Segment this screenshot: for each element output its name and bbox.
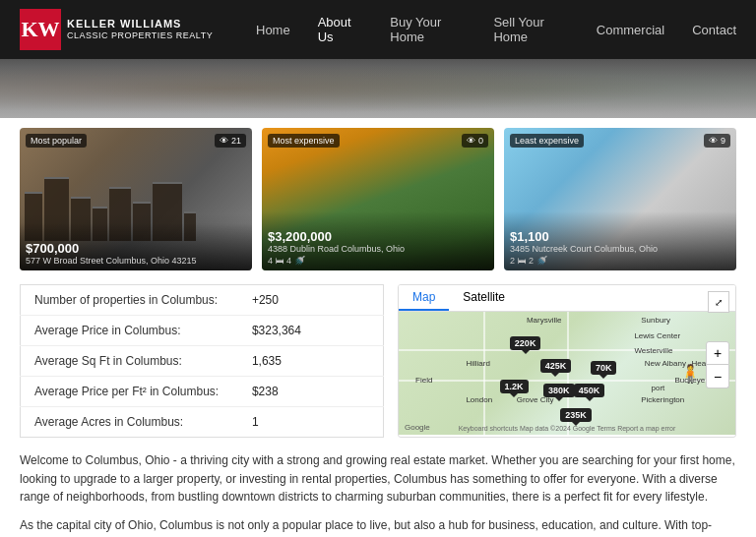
- map-city-label: Marysville: [527, 316, 562, 325]
- nav-home[interactable]: Home: [256, 23, 290, 37]
- stat-value: $323,364: [238, 316, 384, 346]
- property-address-3: 3485 Nutcreek Court Columbus, Ohio: [510, 244, 730, 254]
- stat-row: Number of properties in Columbus:+250: [21, 285, 384, 316]
- property-price-1: $700,000: [26, 241, 246, 256]
- property-badge-1: Most popular: [26, 134, 87, 148]
- main-nav: Home About Us Buy Your Home Sell Your Ho…: [256, 15, 736, 44]
- property-price-2: $3,200,000: [268, 229, 488, 244]
- hero-strip: [0, 59, 756, 118]
- map-marker[interactable]: 235K: [560, 408, 592, 422]
- kw-logo: KW KELLER WILLIAMS CLASSIC PROPERTIES RE…: [20, 9, 213, 50]
- eye-icon-3: 👁: [709, 136, 718, 146]
- map-city-label: Lewis Center: [634, 331, 680, 340]
- map-credits: Keyboard shortcuts Map data ©2024 Google…: [459, 425, 676, 432]
- map-city-label: Westerville: [634, 346, 672, 355]
- property-count-1: 👁 21: [215, 134, 246, 148]
- map-city-label: Field: [415, 376, 432, 385]
- property-badge-3: Least expensive: [510, 134, 584, 148]
- property-badge-2: Most expensive: [268, 134, 340, 148]
- map-city-label: Sunbury: [641, 316, 670, 325]
- property-address-2: 4388 Dublin Road Columbus, Ohio: [268, 244, 488, 254]
- eye-icon: 👁: [220, 136, 228, 146]
- property-address-1: 577 W Broad Street Columbus, Ohio 43215: [26, 256, 246, 266]
- stat-value: 1,635: [238, 346, 384, 377]
- property-count-2: 👁 0: [462, 134, 488, 148]
- map-marker[interactable]: 220K: [510, 336, 541, 350]
- map-marker[interactable]: 425K: [540, 359, 572, 373]
- map-marker[interactable]: 450K: [574, 384, 605, 397]
- stat-value: +250: [238, 285, 384, 316]
- property-meta-2: 4 🛏 4 🚿: [268, 256, 488, 266]
- property-cards: Most popular 👁 21 $700,000 577 W Broad S…: [20, 128, 736, 270]
- property-price-3: $1,100: [510, 229, 730, 244]
- description-para-1: Welcome to Columbus, Ohio - a thriving c…: [20, 451, 736, 507]
- map-city-label: port: [652, 384, 665, 392]
- nav-about[interactable]: About Us: [318, 15, 363, 44]
- property-count-3: 👁 9: [704, 134, 730, 148]
- stat-row: Average Sq Ft in Columbus:1,635: [21, 346, 384, 377]
- stat-row: Average Price in Columbus:$323,364: [21, 316, 384, 346]
- map-marker[interactable]: 380K: [543, 384, 575, 397]
- map-body[interactable]: MarysvilleSunburyLewis CenterWesterville…: [399, 312, 735, 435]
- property-card-3[interactable]: Least expensive 👁 9 $1,100 3485 Nutcreek…: [504, 128, 736, 270]
- zoom-in-button[interactable]: +: [706, 341, 729, 365]
- stat-label: Average Sq Ft in Columbus:: [21, 346, 238, 377]
- map-city-label: Hilliard: [466, 359, 489, 368]
- nav-sell[interactable]: Sell Your Home: [493, 15, 568, 44]
- site-header: KW KELLER WILLIAMS CLASSIC PROPERTIES RE…: [0, 0, 756, 59]
- map-road: [483, 312, 485, 435]
- stats-map-row: Number of properties in Columbus:+250Ave…: [20, 284, 736, 438]
- description-para-2: As the capital city of Ohio, Columbus is…: [20, 516, 736, 537]
- map-marker[interactable]: 70K: [591, 361, 617, 375]
- zoom-out-button[interactable]: −: [706, 365, 729, 388]
- google-logo: Google: [405, 423, 430, 432]
- map-marker[interactable]: 1.2K: [500, 380, 529, 393]
- kw-badge: KW: [20, 9, 61, 50]
- property-card-1[interactable]: Most popular 👁 21 $700,000 577 W Broad S…: [20, 128, 252, 270]
- stat-label: Average Price in Columbus:: [21, 316, 238, 346]
- nav-contact[interactable]: Contact: [692, 23, 736, 37]
- fullscreen-button[interactable]: ⤢: [708, 291, 729, 313]
- stat-label: Number of properties in Columbus:: [21, 285, 238, 316]
- map-tabs: Map Satellite ⤢: [399, 285, 735, 312]
- stat-label: Average Acres in Columbus:: [21, 407, 238, 438]
- description-section: Welcome to Columbus, Ohio - a thriving c…: [20, 451, 736, 537]
- main-content: Most popular 👁 21 $700,000 577 W Broad S…: [0, 118, 756, 537]
- stat-value: $238: [238, 377, 384, 407]
- stat-label: Average Price per Ft² in Columbus:: [21, 377, 238, 407]
- property-meta-3: 2 🛏 2 🚿: [510, 256, 730, 266]
- stat-row: Average Acres in Columbus:1: [21, 407, 384, 438]
- kw-text: KELLER WILLIAMS CLASSIC PROPERTIES REALT…: [67, 17, 213, 42]
- tab-map[interactable]: Map: [399, 285, 449, 311]
- property-card-2[interactable]: Most expensive 👁 0 $3,200,000 4388 Dubli…: [262, 128, 494, 270]
- logo-area: KW KELLER WILLIAMS CLASSIC PROPERTIES RE…: [20, 9, 217, 50]
- nav-commercial[interactable]: Commercial: [597, 23, 664, 37]
- stat-value: 1: [238, 407, 384, 438]
- eye-icon-2: 👁: [467, 136, 475, 146]
- pegman-icon[interactable]: 🧍: [679, 363, 701, 385]
- nav-buy[interactable]: Buy Your Home: [390, 15, 466, 44]
- tab-satellite[interactable]: Satellite: [449, 285, 519, 311]
- map-city-label: Pickerington: [641, 395, 684, 404]
- property-info-3: $1,100 3485 Nutcreek Court Columbus, Ohi…: [504, 211, 736, 270]
- stat-row: Average Price per Ft² in Columbus:$238: [21, 377, 384, 407]
- map-city-label: London: [466, 395, 492, 404]
- property-info-2: $3,200,000 4388 Dublin Road Columbus, Oh…: [262, 211, 494, 270]
- map-container: Map Satellite ⤢ MarysvilleSunburyLewis C…: [398, 284, 736, 438]
- map-zoom-controls: + −: [706, 341, 729, 388]
- property-info-1: $700,000 577 W Broad Street Columbus, Oh…: [20, 223, 252, 270]
- stats-table: Number of properties in Columbus:+250Ave…: [20, 284, 384, 438]
